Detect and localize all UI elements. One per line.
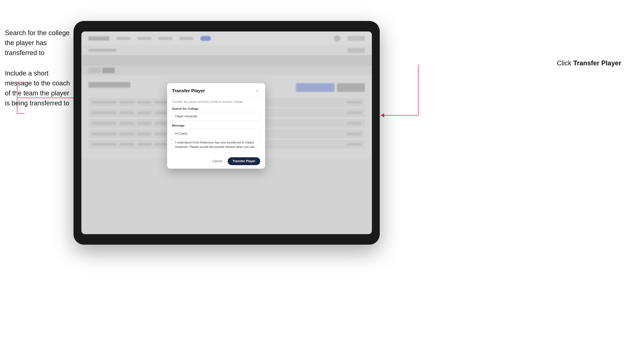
transfer-player-modal: Transfer Player × Transfer the player an… (167, 83, 265, 169)
transfer-player-button[interactable]: Transfer Player (228, 157, 260, 165)
modal-title: Transfer Player (172, 88, 205, 93)
message-textarea[interactable]: Hi Coach, I understand Chris Robertson h… (172, 129, 260, 148)
annotation-text-1: Search for the college the player has tr… (5, 28, 72, 58)
annotation-text-2: Include a short message to the coach of … (5, 68, 72, 108)
tablet-screen: Transfer Player × Transfer the player an… (82, 31, 372, 234)
modal-body: Transfer the player and their profile to… (167, 97, 265, 154)
modal-close-button[interactable]: × (254, 88, 260, 94)
left-annotation: Search for the college the player has tr… (5, 28, 72, 119)
cancel-button[interactable]: Cancel (210, 158, 225, 165)
svg-marker-7 (380, 113, 384, 117)
annotation-bold: Transfer Player (573, 59, 621, 67)
search-college-label: Search for College (172, 107, 260, 111)
modal-overlay: Transfer Player × Transfer the player an… (82, 31, 372, 234)
search-college-input[interactable] (172, 112, 260, 121)
right-annotation: Click Transfer Player (557, 59, 622, 67)
modal-header: Transfer Player × (167, 83, 265, 97)
modal-description: Transfer the player and their profile to… (172, 100, 260, 104)
tablet-frame: Transfer Player × Transfer the player an… (74, 21, 380, 245)
annotation-prefix: Click (557, 59, 573, 67)
modal-footer: Cancel Transfer Player (167, 154, 265, 169)
message-label: Message (172, 124, 260, 127)
